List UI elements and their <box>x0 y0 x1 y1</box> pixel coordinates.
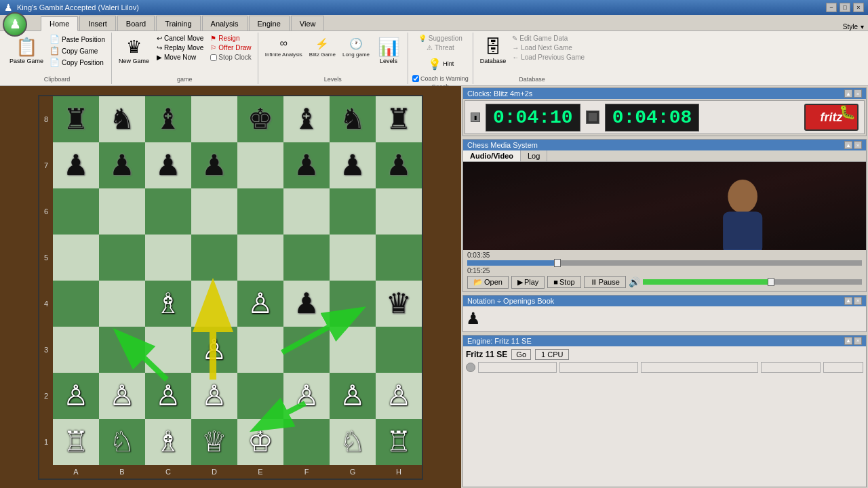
hint-button[interactable]: 💡 Hint <box>424 53 456 75</box>
tab-insert[interactable]: Insert <box>79 16 116 30</box>
sq-c3[interactable] <box>145 327 191 373</box>
sq-b4[interactable] <box>99 281 145 327</box>
sq-h1[interactable]: ♖ <box>376 419 422 465</box>
sq-b3[interactable] <box>99 327 145 373</box>
sq-h2[interactable]: ♙ <box>376 373 422 419</box>
sq-a5[interactable] <box>53 235 99 281</box>
coach-warning-check[interactable] <box>412 75 419 82</box>
volume-icon[interactable]: 🔊 <box>629 277 640 287</box>
resign-button[interactable]: ⚑ Resign <box>208 34 253 43</box>
new-game-button[interactable]: ♛ New Game <box>116 34 152 67</box>
tab-training[interactable]: Training <box>156 16 200 30</box>
sq-d2[interactable]: ♙ <box>191 373 237 419</box>
minimize-button[interactable]: − <box>826 3 837 12</box>
threat-button[interactable]: ⚠ Threat <box>425 43 456 52</box>
sq-d8[interactable] <box>191 96 237 142</box>
stop-clock-button[interactable]: Stop Clock <box>208 53 253 62</box>
sq-b5[interactable] <box>99 235 145 281</box>
sq-f2[interactable]: ♙ <box>283 373 330 419</box>
open-button[interactable]: 📂 Open <box>467 276 509 289</box>
replay-move-button[interactable]: ↪ Replay Move <box>155 43 205 52</box>
sq-h6[interactable] <box>376 188 422 235</box>
sq-e7[interactable] <box>237 142 283 188</box>
sq-e4[interactable]: ♙ <box>237 281 283 327</box>
tab-view[interactable]: View <box>291 16 325 30</box>
engine-cpu-button[interactable]: 1 CPU <box>535 349 569 360</box>
sq-f1[interactable] <box>283 419 330 465</box>
sq-g3[interactable] <box>330 327 376 373</box>
sq-g1[interactable]: ♘ <box>330 419 376 465</box>
engine-minimize-btn[interactable]: ▲ <box>844 337 852 345</box>
media-minimize-btn[interactable]: ▲ <box>844 141 852 149</box>
sq-e6[interactable] <box>237 188 283 235</box>
sq-f5[interactable] <box>283 235 330 281</box>
sq-c8[interactable]: ♝ <box>145 96 191 142</box>
pause-button[interactable]: ⏸ Pause <box>584 276 626 288</box>
tab-audio-video[interactable]: Audio/Video <box>463 150 521 161</box>
sq-f6[interactable] <box>283 188 330 235</box>
sq-g6[interactable] <box>330 188 376 235</box>
sq-e2[interactable] <box>237 373 283 419</box>
sq-g8[interactable]: ♞ <box>330 96 376 142</box>
sq-c5[interactable] <box>145 235 191 281</box>
sq-h4[interactable]: ♛ <box>376 281 422 327</box>
edit-game-data-button[interactable]: ✎ Edit Game Data <box>510 34 587 43</box>
tab-board[interactable]: Board <box>117 16 155 30</box>
sq-h3[interactable] <box>376 327 422 373</box>
sq-e3[interactable] <box>237 327 283 373</box>
sq-d6[interactable] <box>191 188 237 235</box>
tab-analysis[interactable]: Analysis <box>202 16 248 30</box>
sq-d1[interactable]: ♕ <box>191 419 237 465</box>
sq-c6[interactable] <box>145 188 191 235</box>
sq-h5[interactable] <box>376 235 422 281</box>
cancel-move-button[interactable]: ↩ Cancel Move <box>155 34 205 43</box>
tab-engine[interactable]: Engine <box>249 16 290 30</box>
tab-log[interactable]: Log <box>521 150 547 161</box>
sq-c7[interactable]: ♟ <box>145 142 191 188</box>
blitz-game-button[interactable]: ⚡ Blitz Game <box>307 34 338 59</box>
copy-game-button[interactable]: 📋 Copy Game <box>47 45 107 56</box>
sq-h8[interactable]: ♜ <box>376 96 422 142</box>
volume-thumb[interactable] <box>768 278 774 286</box>
engine-close-btn[interactable]: × <box>854 337 862 345</box>
sq-a3[interactable] <box>53 327 99 373</box>
sq-d5[interactable] <box>191 235 237 281</box>
sq-f8[interactable]: ♝ <box>283 96 330 142</box>
sq-a6[interactable] <box>53 188 99 235</box>
sq-f4[interactable]: ♟ <box>283 281 330 327</box>
infinite-analysis-button[interactable]: ∞ Infinite Analysis <box>262 34 305 59</box>
long-game-button[interactable]: 🕐 Long game <box>340 34 372 59</box>
sq-b8[interactable]: ♞ <box>99 96 145 142</box>
copy-position-button[interactable]: 📄 Copy Position <box>47 57 107 68</box>
offer-draw-button[interactable]: ⚐ Offer Draw <box>208 43 253 52</box>
sq-a8[interactable]: ♜ <box>53 96 99 142</box>
clocks-close-btn[interactable]: × <box>854 89 862 98</box>
suggestion-button[interactable]: 💡 Suggestion <box>416 34 465 43</box>
video-progress-thumb[interactable] <box>554 259 561 267</box>
chessboard[interactable]: 8 ♜ ♞ ♝ ♚ ♝ ♞ ♜ 7 ♟ ♟ ♟ ♟ ♟ ♟ ♟ 6 <box>38 95 423 480</box>
sq-g2[interactable]: ♙ <box>330 373 376 419</box>
play-button[interactable]: ▶ Play <box>511 276 545 289</box>
sq-c1[interactable]: ♗ <box>145 419 191 465</box>
notation-minimize-btn[interactable]: ▲ <box>844 297 852 305</box>
maximize-button[interactable]: □ <box>840 3 850 12</box>
sq-g4[interactable] <box>330 281 376 327</box>
sq-e5[interactable] <box>237 235 283 281</box>
stop-clock-btn[interactable] <box>586 110 599 124</box>
levels-button[interactable]: 📊 Levels <box>374 34 403 67</box>
volume-bar[interactable] <box>643 279 862 285</box>
sq-b6[interactable] <box>99 188 145 235</box>
video-progress-bar[interactable] <box>467 260 862 266</box>
sq-a2[interactable]: ♙ <box>53 373 99 419</box>
database-button[interactable]: 🗄 Database <box>477 34 509 67</box>
sq-d7[interactable]: ♟ <box>191 142 237 188</box>
clock1-pause-btn[interactable]: ▮ <box>471 113 480 122</box>
paste-position-button[interactable]: 📄 Paste Position <box>47 34 107 45</box>
sq-c2[interactable]: ♙ <box>145 373 191 419</box>
stop-clock-check[interactable] <box>210 54 217 61</box>
sq-f7[interactable]: ♟ <box>283 142 330 188</box>
sq-d3[interactable]: ♙ <box>191 327 237 373</box>
notation-close-btn[interactable]: × <box>854 297 862 305</box>
engine-go-button[interactable]: Go <box>511 349 531 360</box>
stop-button[interactable]: ■ Stop <box>547 276 580 288</box>
